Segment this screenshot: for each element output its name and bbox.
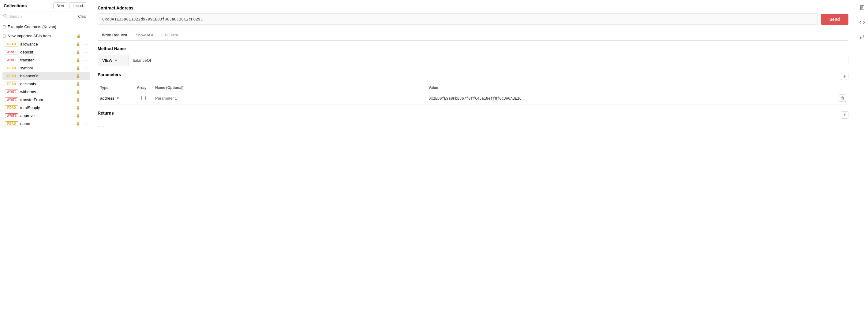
badge-write: WRITE	[5, 58, 18, 62]
tabs-row: Write Request Show ABI Call Data	[98, 30, 848, 41]
parameters-table: Type Array Name (Optional) Value address…	[98, 84, 848, 105]
method-more-btn[interactable]: ···	[83, 49, 88, 55]
collection-name-2: New Imported ABIs from...	[8, 34, 75, 38]
array-checkbox[interactable]	[142, 96, 146, 100]
method-name-label: decimals	[20, 81, 74, 86]
col-type: Type	[98, 84, 134, 92]
view-type-select[interactable]: VIEW ▼	[98, 55, 128, 66]
method-name-label: withdraw	[20, 90, 74, 94]
document-icon[interactable]	[858, 4, 866, 13]
type-select[interactable]: address ▼	[100, 96, 132, 101]
list-item[interactable]: READ decimals 🔒 ···	[2, 80, 90, 88]
method-more-btn[interactable]: ···	[83, 73, 88, 78]
badge-read: READ	[5, 121, 18, 126]
lock-icon: 🔒	[76, 114, 80, 118]
list-item[interactable]: WRITE transferFrom 🔒 ···	[2, 96, 90, 104]
method-more-btn[interactable]: ···	[83, 42, 88, 46]
list-item[interactable]: READ balanceOf 🔒 ···	[2, 72, 90, 80]
method-name-label: symbol	[20, 66, 74, 70]
col-array: Array	[134, 84, 153, 92]
list-item[interactable]: READ allowance 🔒 ···	[2, 40, 90, 48]
method-list: READ allowance 🔒 ··· WRITE deposit 🔒 ···…	[0, 40, 90, 128]
delete-row-button[interactable]: 🗑	[839, 95, 846, 102]
sidebar-header-buttons: New Import	[53, 2, 86, 9]
contract-address-input[interactable]	[98, 13, 818, 25]
add-parameter-button[interactable]: +	[841, 73, 848, 80]
svg-line-1	[6, 17, 7, 18]
search-icon	[3, 14, 7, 19]
lock-icon: 🔒	[76, 90, 80, 94]
clear-button[interactable]: Clear	[78, 14, 87, 19]
method-more-btn[interactable]: ···	[83, 65, 88, 70]
lock-icon: 🔒	[76, 82, 80, 86]
collection-header-2[interactable]: ▢ New Imported ABIs from... 🔒 ···	[0, 32, 90, 40]
badge-read: READ	[5, 74, 18, 78]
import-button[interactable]: Import	[69, 2, 86, 9]
badge-read: READ	[5, 42, 18, 46]
code-icon[interactable]	[858, 18, 866, 28]
lock-icon: 🔒	[76, 74, 80, 78]
method-name-row: VIEW ▼ balanceOf	[98, 55, 848, 66]
method-more-btn[interactable]: ···	[83, 81, 88, 86]
tab-write-request[interactable]: Write Request	[98, 30, 131, 40]
collection-name-1: Example Contracts (Kovan)	[8, 25, 82, 29]
list-item[interactable]: READ totalSupply 🔒 ···	[2, 104, 90, 111]
tab-show-abi[interactable]: Show ABI	[131, 30, 157, 40]
main-content: Contract Address Send Write Request Show…	[90, 0, 856, 316]
param-name-input[interactable]	[155, 96, 424, 101]
param-value-input[interactable]	[429, 96, 834, 101]
returns-header: Returns +	[98, 111, 848, 119]
returns-label: Returns	[98, 111, 114, 115]
badge-read: READ	[5, 81, 18, 86]
send-button[interactable]: Send	[821, 14, 848, 25]
transfer-icon[interactable]	[858, 33, 866, 42]
method-name-label: totalSupply	[20, 105, 74, 110]
right-sidebar	[856, 0, 868, 316]
lock-icon-collection: 🔒	[76, 34, 81, 38]
search-input[interactable]	[9, 14, 76, 19]
new-button[interactable]: New	[53, 2, 67, 9]
method-more-btn[interactable]: ···	[83, 58, 88, 62]
list-item[interactable]: WRITE deposit 🔒 ···	[2, 48, 90, 56]
method-more-btn[interactable]: ···	[83, 89, 88, 94]
contract-address-row: Send	[98, 13, 848, 25]
sidebar-title: Collections	[4, 3, 27, 8]
add-return-button[interactable]: +	[841, 111, 848, 118]
more-button-1[interactable]: ···	[83, 24, 88, 29]
collection-group-2: ▢ New Imported ABIs from... 🔒 ··· READ a…	[0, 32, 90, 128]
list-item[interactable]: WRITE transfer 🔒 ···	[2, 56, 90, 64]
method-more-btn[interactable]: ···	[83, 105, 88, 110]
sidebar-header: Collections New Import	[0, 0, 90, 12]
tab-call-data[interactable]: Call Data	[157, 30, 182, 40]
list-item[interactable]: READ name 🔒 ···	[2, 119, 90, 128]
lock-icon: 🔒	[76, 66, 80, 70]
more-button-2[interactable]: ···	[83, 33, 88, 38]
lock-icon: 🔒	[76, 106, 80, 110]
list-item[interactable]: READ symbol 🔒 ···	[2, 64, 90, 72]
method-name-label: allowance	[20, 42, 74, 46]
lock-icon: 🔒	[76, 58, 80, 62]
method-more-btn[interactable]: ···	[83, 113, 88, 118]
collection-header-1[interactable]: ▢ Example Contracts (Kovan) ···	[0, 22, 90, 31]
col-value: Value	[426, 84, 836, 92]
badge-write: WRITE	[5, 90, 18, 94]
method-name-value: balanceOf	[128, 55, 848, 66]
method-more-btn[interactable]: ···	[83, 121, 88, 126]
sidebar-list: ▢ Example Contracts (Kovan) ··· ▢ New Im…	[0, 21, 90, 316]
method-name-label: approve	[20, 113, 74, 118]
list-item[interactable]: WRITE approve 🔒 ···	[2, 111, 90, 119]
list-item[interactable]: WRITE withdraw 🔒 ···	[2, 88, 90, 96]
folder-icon-2: ▢	[2, 34, 6, 38]
method-name-label: transferFrom	[20, 98, 74, 102]
method-more-btn[interactable]: ···	[83, 97, 88, 102]
sidebar: Collections New Import Clear ▢ Example C…	[0, 0, 90, 316]
contract-address-label: Contract Address	[98, 5, 848, 10]
method-name-label: deposit	[20, 50, 74, 55]
badge-read: READ	[5, 66, 18, 70]
lock-icon: 🔒	[76, 50, 80, 54]
returns-dots: ...	[98, 121, 848, 129]
param-value-cell	[429, 96, 834, 101]
main-inner: Contract Address Send Write Request Show…	[90, 0, 856, 316]
method-name-label: name	[20, 121, 74, 126]
folder-icon: ▢	[2, 25, 6, 29]
